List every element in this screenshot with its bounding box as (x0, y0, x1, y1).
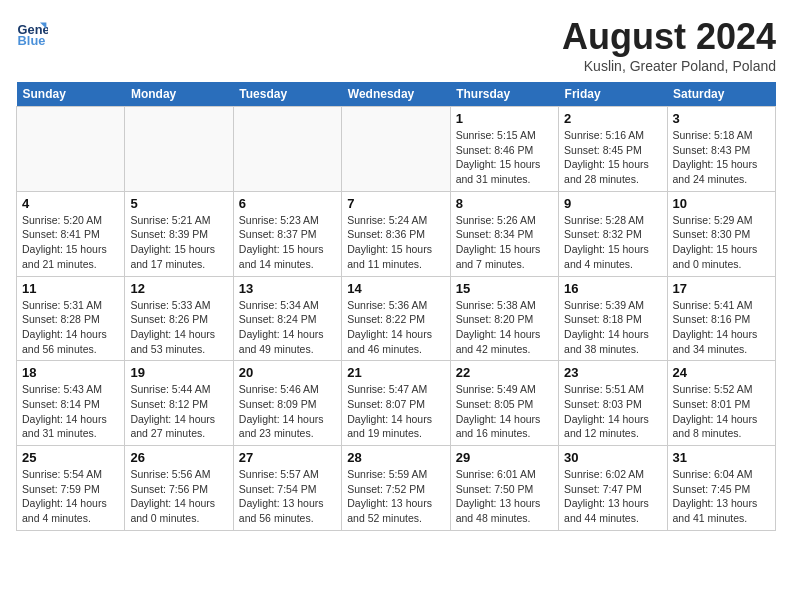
calendar-day-cell: 12Sunrise: 5:33 AMSunset: 8:26 PMDayligh… (125, 276, 233, 361)
day-info: Sunrise: 6:04 AMSunset: 7:45 PMDaylight:… (673, 467, 770, 526)
day-number: 18 (22, 365, 119, 380)
day-info: Sunrise: 5:54 AMSunset: 7:59 PMDaylight:… (22, 467, 119, 526)
day-info: Sunrise: 6:02 AMSunset: 7:47 PMDaylight:… (564, 467, 661, 526)
day-info: Sunrise: 5:29 AMSunset: 8:30 PMDaylight:… (673, 213, 770, 272)
calendar-header-row: SundayMondayTuesdayWednesdayThursdayFrid… (17, 82, 776, 107)
day-number: 11 (22, 281, 119, 296)
day-info: Sunrise: 5:24 AMSunset: 8:36 PMDaylight:… (347, 213, 444, 272)
day-of-week-header: Sunday (17, 82, 125, 107)
day-number: 24 (673, 365, 770, 380)
day-info: Sunrise: 5:43 AMSunset: 8:14 PMDaylight:… (22, 382, 119, 441)
calendar-day-cell: 1Sunrise: 5:15 AMSunset: 8:46 PMDaylight… (450, 107, 558, 192)
day-number: 19 (130, 365, 227, 380)
day-number: 21 (347, 365, 444, 380)
day-number: 2 (564, 111, 661, 126)
day-number: 23 (564, 365, 661, 380)
day-info: Sunrise: 5:16 AMSunset: 8:45 PMDaylight:… (564, 128, 661, 187)
day-info: Sunrise: 5:52 AMSunset: 8:01 PMDaylight:… (673, 382, 770, 441)
calendar-day-cell: 6Sunrise: 5:23 AMSunset: 8:37 PMDaylight… (233, 191, 341, 276)
day-info: Sunrise: 5:21 AMSunset: 8:39 PMDaylight:… (130, 213, 227, 272)
calendar-day-cell: 23Sunrise: 5:51 AMSunset: 8:03 PMDayligh… (559, 361, 667, 446)
calendar-day-cell: 25Sunrise: 5:54 AMSunset: 7:59 PMDayligh… (17, 446, 125, 531)
calendar-day-cell: 29Sunrise: 6:01 AMSunset: 7:50 PMDayligh… (450, 446, 558, 531)
svg-text:Blue: Blue (18, 33, 46, 48)
day-number: 1 (456, 111, 553, 126)
day-info: Sunrise: 5:41 AMSunset: 8:16 PMDaylight:… (673, 298, 770, 357)
calendar-day-cell: 3Sunrise: 5:18 AMSunset: 8:43 PMDaylight… (667, 107, 775, 192)
calendar-day-cell: 21Sunrise: 5:47 AMSunset: 8:07 PMDayligh… (342, 361, 450, 446)
day-number: 4 (22, 196, 119, 211)
calendar-day-cell: 31Sunrise: 6:04 AMSunset: 7:45 PMDayligh… (667, 446, 775, 531)
day-number: 3 (673, 111, 770, 126)
day-number: 10 (673, 196, 770, 211)
day-number: 16 (564, 281, 661, 296)
calendar-day-cell: 27Sunrise: 5:57 AMSunset: 7:54 PMDayligh… (233, 446, 341, 531)
calendar-week-row: 1Sunrise: 5:15 AMSunset: 8:46 PMDaylight… (17, 107, 776, 192)
calendar-table: SundayMondayTuesdayWednesdayThursdayFrid… (16, 82, 776, 531)
calendar-week-row: 18Sunrise: 5:43 AMSunset: 8:14 PMDayligh… (17, 361, 776, 446)
calendar-day-cell: 24Sunrise: 5:52 AMSunset: 8:01 PMDayligh… (667, 361, 775, 446)
day-info: Sunrise: 5:39 AMSunset: 8:18 PMDaylight:… (564, 298, 661, 357)
day-info: Sunrise: 5:31 AMSunset: 8:28 PMDaylight:… (22, 298, 119, 357)
day-of-week-header: Friday (559, 82, 667, 107)
day-number: 17 (673, 281, 770, 296)
calendar-day-cell: 11Sunrise: 5:31 AMSunset: 8:28 PMDayligh… (17, 276, 125, 361)
day-number: 13 (239, 281, 336, 296)
calendar-day-cell: 30Sunrise: 6:02 AMSunset: 7:47 PMDayligh… (559, 446, 667, 531)
calendar-day-cell (125, 107, 233, 192)
day-info: Sunrise: 5:34 AMSunset: 8:24 PMDaylight:… (239, 298, 336, 357)
calendar-day-cell: 18Sunrise: 5:43 AMSunset: 8:14 PMDayligh… (17, 361, 125, 446)
day-info: Sunrise: 5:33 AMSunset: 8:26 PMDaylight:… (130, 298, 227, 357)
calendar-day-cell: 4Sunrise: 5:20 AMSunset: 8:41 PMDaylight… (17, 191, 125, 276)
day-number: 5 (130, 196, 227, 211)
day-info: Sunrise: 5:18 AMSunset: 8:43 PMDaylight:… (673, 128, 770, 187)
calendar-day-cell: 22Sunrise: 5:49 AMSunset: 8:05 PMDayligh… (450, 361, 558, 446)
day-number: 14 (347, 281, 444, 296)
day-number: 26 (130, 450, 227, 465)
day-number: 9 (564, 196, 661, 211)
calendar-day-cell (17, 107, 125, 192)
day-number: 25 (22, 450, 119, 465)
logo-icon: General Blue (16, 16, 48, 48)
calendar-week-row: 11Sunrise: 5:31 AMSunset: 8:28 PMDayligh… (17, 276, 776, 361)
day-number: 30 (564, 450, 661, 465)
calendar-day-cell: 5Sunrise: 5:21 AMSunset: 8:39 PMDaylight… (125, 191, 233, 276)
location-subtitle: Kuslin, Greater Poland, Poland (562, 58, 776, 74)
day-of-week-header: Tuesday (233, 82, 341, 107)
calendar-day-cell: 8Sunrise: 5:26 AMSunset: 8:34 PMDaylight… (450, 191, 558, 276)
month-year-title: August 2024 (562, 16, 776, 58)
day-number: 22 (456, 365, 553, 380)
calendar-day-cell (233, 107, 341, 192)
day-info: Sunrise: 5:15 AMSunset: 8:46 PMDaylight:… (456, 128, 553, 187)
calendar-day-cell: 7Sunrise: 5:24 AMSunset: 8:36 PMDaylight… (342, 191, 450, 276)
day-info: Sunrise: 5:44 AMSunset: 8:12 PMDaylight:… (130, 382, 227, 441)
day-info: Sunrise: 5:38 AMSunset: 8:20 PMDaylight:… (456, 298, 553, 357)
day-info: Sunrise: 5:49 AMSunset: 8:05 PMDaylight:… (456, 382, 553, 441)
day-info: Sunrise: 5:57 AMSunset: 7:54 PMDaylight:… (239, 467, 336, 526)
calendar-day-cell: 15Sunrise: 5:38 AMSunset: 8:20 PMDayligh… (450, 276, 558, 361)
calendar-day-cell: 2Sunrise: 5:16 AMSunset: 8:45 PMDaylight… (559, 107, 667, 192)
logo: General Blue (16, 16, 48, 48)
day-of-week-header: Saturday (667, 82, 775, 107)
calendar-day-cell: 28Sunrise: 5:59 AMSunset: 7:52 PMDayligh… (342, 446, 450, 531)
calendar-day-cell: 20Sunrise: 5:46 AMSunset: 8:09 PMDayligh… (233, 361, 341, 446)
calendar-day-cell: 19Sunrise: 5:44 AMSunset: 8:12 PMDayligh… (125, 361, 233, 446)
day-number: 12 (130, 281, 227, 296)
day-of-week-header: Thursday (450, 82, 558, 107)
calendar-day-cell (342, 107, 450, 192)
calendar-day-cell: 26Sunrise: 5:56 AMSunset: 7:56 PMDayligh… (125, 446, 233, 531)
day-of-week-header: Wednesday (342, 82, 450, 107)
day-number: 27 (239, 450, 336, 465)
day-number: 8 (456, 196, 553, 211)
day-info: Sunrise: 5:46 AMSunset: 8:09 PMDaylight:… (239, 382, 336, 441)
calendar-day-cell: 16Sunrise: 5:39 AMSunset: 8:18 PMDayligh… (559, 276, 667, 361)
calendar-week-row: 4Sunrise: 5:20 AMSunset: 8:41 PMDaylight… (17, 191, 776, 276)
day-number: 31 (673, 450, 770, 465)
day-info: Sunrise: 5:56 AMSunset: 7:56 PMDaylight:… (130, 467, 227, 526)
day-info: Sunrise: 5:23 AMSunset: 8:37 PMDaylight:… (239, 213, 336, 272)
day-number: 28 (347, 450, 444, 465)
day-of-week-header: Monday (125, 82, 233, 107)
day-number: 15 (456, 281, 553, 296)
calendar-day-cell: 17Sunrise: 5:41 AMSunset: 8:16 PMDayligh… (667, 276, 775, 361)
day-info: Sunrise: 6:01 AMSunset: 7:50 PMDaylight:… (456, 467, 553, 526)
